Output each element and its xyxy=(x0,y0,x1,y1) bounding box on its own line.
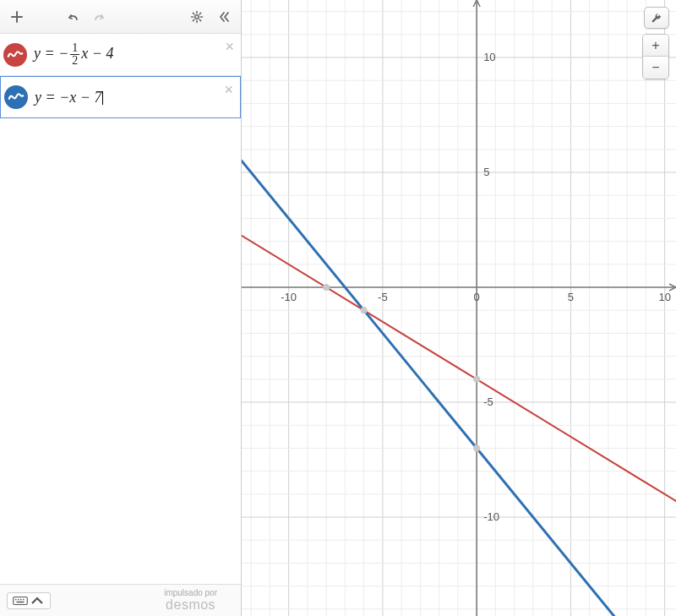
svg-line-69 xyxy=(242,161,676,616)
delete-expression-button[interactable]: × xyxy=(224,82,233,97)
brand-attribution: impulsado por desmos xyxy=(164,588,217,613)
expression-toolbar xyxy=(0,0,241,34)
svg-point-0 xyxy=(195,14,199,18)
redo-button[interactable] xyxy=(88,5,112,29)
expression-color-toggle[interactable] xyxy=(4,85,28,109)
brand-name: desmos xyxy=(164,597,217,613)
svg-rect-6 xyxy=(17,601,25,602)
text-cursor xyxy=(102,91,103,105)
keyboard-toggle-button[interactable] xyxy=(7,592,51,609)
sidebar-footer: impulsado por desmos xyxy=(0,584,241,616)
svg-rect-5 xyxy=(23,598,25,600)
svg-text:-10: -10 xyxy=(281,291,297,303)
svg-point-73 xyxy=(323,284,330,291)
graph-area[interactable]: -10-50510-10-5510 + − xyxy=(242,0,676,616)
zoom-in-button[interactable]: + xyxy=(643,35,668,57)
expression-panel: y = −12x − 4 × y = −x − 7 × impulsado xyxy=(0,0,242,616)
svg-rect-3 xyxy=(18,598,19,600)
delete-expression-button[interactable]: × xyxy=(225,39,234,54)
svg-rect-1 xyxy=(14,597,28,604)
svg-text:-5: -5 xyxy=(378,291,388,303)
svg-rect-4 xyxy=(20,598,22,600)
expression-color-toggle[interactable] xyxy=(3,43,27,67)
svg-text:5: 5 xyxy=(568,291,574,303)
zoom-out-label: − xyxy=(651,60,659,75)
expression-math[interactable]: y = −x − 7 xyxy=(35,90,233,106)
graph-settings-button[interactable] xyxy=(644,7,669,29)
svg-text:0: 0 xyxy=(474,291,480,303)
expression-row[interactable]: y = −12x − 4 × xyxy=(0,34,241,76)
expression-math[interactable]: y = −12x − 4 xyxy=(34,42,234,67)
collapse-panel-button[interactable] xyxy=(212,5,236,29)
expression-row[interactable]: y = −x − 7 × xyxy=(0,76,241,118)
keyboard-icon xyxy=(13,596,28,606)
svg-rect-2 xyxy=(15,598,17,600)
wrench-icon xyxy=(650,11,663,25)
settings-button[interactable] xyxy=(185,5,209,29)
graph-controls: + − xyxy=(642,7,669,79)
svg-point-70 xyxy=(361,307,368,313)
svg-text:-10: -10 xyxy=(483,510,499,523)
add-expression-button[interactable] xyxy=(5,5,29,29)
svg-point-72 xyxy=(473,376,480,383)
zoom-in-label: + xyxy=(651,38,659,53)
svg-point-71 xyxy=(473,444,480,451)
expression-list: y = −12x − 4 × y = −x − 7 × xyxy=(0,34,241,118)
svg-line-68 xyxy=(242,236,676,501)
zoom-out-button[interactable]: − xyxy=(643,57,668,79)
svg-text:-5: -5 xyxy=(483,395,493,408)
undo-button[interactable] xyxy=(61,5,84,29)
svg-text:10: 10 xyxy=(658,291,670,303)
chevron-up-icon xyxy=(30,596,45,606)
svg-text:10: 10 xyxy=(483,51,495,63)
powered-by-text: impulsado por xyxy=(164,588,217,597)
svg-text:5: 5 xyxy=(483,166,489,178)
graph-canvas[interactable]: -10-50510-10-5510 xyxy=(242,0,676,616)
